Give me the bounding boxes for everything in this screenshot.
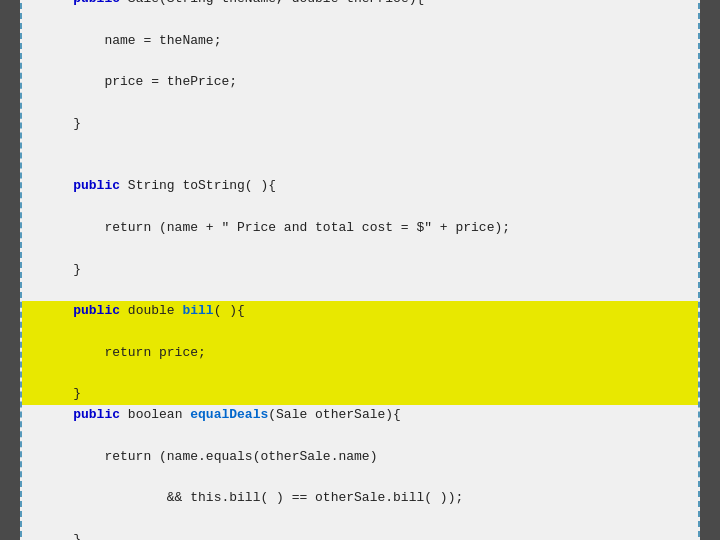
code-block-2: public boolean equalDeals(Sale otherSale…	[42, 405, 678, 540]
highlighted-method: public double bill( ){ return price; }	[22, 301, 698, 405]
code-panel: Σύμφωνα με το βιβλίο δεν συνίσταται η χρ…	[20, 0, 700, 540]
code-block: public class Sale { protected String nam…	[42, 0, 678, 301]
bill-method: public double bill( ){ return price; }	[42, 301, 678, 405]
